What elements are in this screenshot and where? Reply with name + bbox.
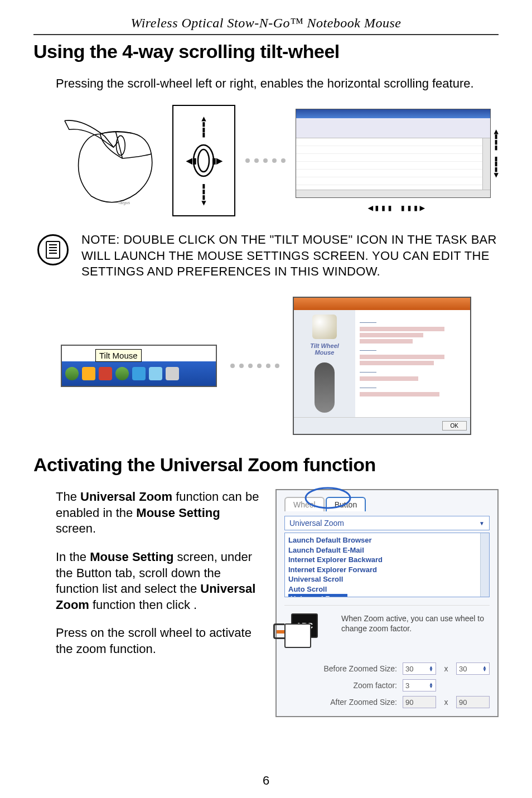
illustration-row: Targus ▲▮▮▮ ◀▮ ▮▶ ▮▮▮▼	[56, 105, 499, 216]
tray-icon-generic	[149, 367, 162, 380]
abc-stack-icon: ABC	[284, 613, 320, 649]
v: 3	[405, 681, 409, 690]
before-h-spin[interactable]: 30▲▼	[456, 662, 490, 675]
page-number: 6	[0, 773, 532, 788]
label-zoom: Zoom factor:	[284, 681, 397, 690]
svg-text:Targus: Targus	[118, 201, 130, 205]
settings-right-panel: ――― ――― ――― ―――	[355, 310, 470, 417]
combo-value: Universal Zoom	[289, 519, 344, 528]
mouse-illustration: Targus	[56, 105, 162, 216]
down-ticks: ▮▮▮▼	[201, 183, 206, 205]
tray-icon-tilt-mouse	[65, 367, 79, 380]
section2-text: The Universal Zoom function can be enabl…	[33, 489, 262, 669]
x-sep: x	[442, 698, 451, 707]
tray-icon-generic	[82, 367, 95, 380]
tray-icon-generic	[115, 367, 129, 380]
abc-card-front	[284, 623, 311, 648]
lower-columns: The Universal Zoom function can be enabl…	[33, 489, 499, 717]
zoom-preview-row: ABC When Zoom active, you can use wheel …	[284, 605, 490, 652]
list-item[interactable]: Launch Default E-Mail	[288, 545, 486, 555]
t: function then click .	[89, 598, 197, 612]
header-rule	[33, 34, 499, 35]
tray-tooltip: Tilt Mouse	[95, 349, 142, 362]
horizontal-ticks: ◀▮▮▮ ▮▮▮▶	[367, 202, 426, 213]
svg-text:◀▮: ◀▮	[186, 156, 197, 165]
taskbar-screenshot: Tilt Mouse	[61, 345, 217, 387]
chevron-down-icon: ▼	[479, 520, 485, 526]
after-w-value: 90	[403, 696, 436, 708]
mouse-setting-dialog: Wheel Button Universal Zoom ▼ Launch Def…	[275, 489, 499, 717]
settings-thumb	[312, 315, 337, 339]
wheel-icon: ◀▮ ▮▶	[184, 141, 223, 180]
zoom-preview-text: When Zoom active, you can use wheel to c…	[341, 613, 490, 633]
svg-point-3	[198, 149, 209, 172]
section2-title: Activating the Universal Zoom function	[33, 454, 499, 476]
tray-icon-generic	[99, 367, 112, 380]
note-icon	[37, 234, 69, 265]
svg-text:▮▶: ▮▶	[212, 156, 223, 165]
t: Press on the scroll wheel to activate th…	[56, 625, 262, 657]
t: Mouse Setting	[136, 506, 220, 520]
list-item[interactable]: Auto Scroll	[288, 584, 486, 594]
settings-left-label1: Tilt Wheel	[310, 342, 339, 349]
label-before: Before Zoomed Size:	[284, 664, 397, 673]
svg-point-11	[306, 488, 350, 508]
t: Universal Zoom	[80, 490, 172, 504]
v: 90	[459, 698, 467, 707]
function-listbox[interactable]: Launch Default Browser Launch Default E-…	[284, 533, 490, 597]
t: screen.	[56, 521, 96, 535]
settings-mouse-thumb	[315, 362, 335, 413]
x-sep: x	[442, 664, 451, 673]
v: 30	[459, 665, 467, 673]
listbox-scrollbar[interactable]	[480, 533, 489, 597]
connector-dots-1	[245, 158, 286, 163]
connector-dots-2	[230, 364, 279, 368]
t: Mouse Setting	[90, 550, 173, 564]
t: In the	[56, 550, 90, 564]
doc-header: Wireless Optical Stow-N-Go™ Notebook Mou…	[33, 16, 499, 31]
label-after: After Zoomed Size:	[284, 698, 397, 707]
section1-body: Pressing the scroll-wheel left or right,…	[56, 76, 493, 91]
spreadsheet-screenshot	[296, 109, 491, 198]
t: The	[56, 490, 80, 504]
note-block: NOTE: DOUBLE CLICK ON THE "TILT MOUSE" I…	[33, 232, 499, 280]
note-text: NOTE: DOUBLE CLICK ON THE "TILT MOUSE" I…	[81, 232, 499, 280]
list-item[interactable]: Universal Scroll	[288, 574, 486, 584]
v: 90	[405, 698, 413, 707]
tray-settings-row: Tilt Mouse Tilt Wheel	[33, 297, 499, 435]
function-combo[interactable]: Universal Zoom ▼	[284, 516, 490, 530]
list-item[interactable]: Launch Default Browser	[288, 535, 486, 545]
button-tab-highlight-oval	[304, 487, 351, 509]
tilt-wheel-panel: ▲▮▮▮ ◀▮ ▮▶ ▮▮▮▼	[172, 105, 235, 216]
up-ticks: ▲▮▮▮	[201, 116, 206, 138]
list-item[interactable]: Internet Explorer Forward	[288, 565, 486, 575]
tray-icon-generic	[166, 367, 179, 380]
v: 30	[405, 665, 413, 673]
section1-title: Using the 4-way scrolling tilt-wheel	[33, 41, 499, 62]
list-item[interactable]: Internet Explorer Backward	[288, 555, 486, 565]
settings-screenshot: Tilt Wheel Mouse ――― ――― ――― ――― OK	[293, 297, 471, 435]
before-w-spin[interactable]: 30▲▼	[403, 662, 436, 675]
after-h-value: 90	[456, 696, 490, 708]
list-item-selected[interactable]: Universal Zoom	[288, 594, 347, 597]
taskbar	[62, 361, 216, 386]
settings-left-label2: Mouse	[315, 349, 335, 356]
side-vertical-ticks: ▲▮▮▮▮▮▮▼	[494, 129, 499, 178]
zoom-factor-spin[interactable]: 3▲▼	[403, 679, 436, 691]
tray-icon-bluetooth	[132, 367, 146, 380]
zoom-fields: Before Zoomed Size: 30▲▼ x 30▲▼ Zoom fac…	[284, 662, 490, 708]
settings-ok-button: OK	[442, 421, 467, 431]
spreadsheet-wrap: ▲▮▮▮▮▮▮▼ ◀▮▮▮ ▮▮▮▶	[296, 109, 499, 213]
